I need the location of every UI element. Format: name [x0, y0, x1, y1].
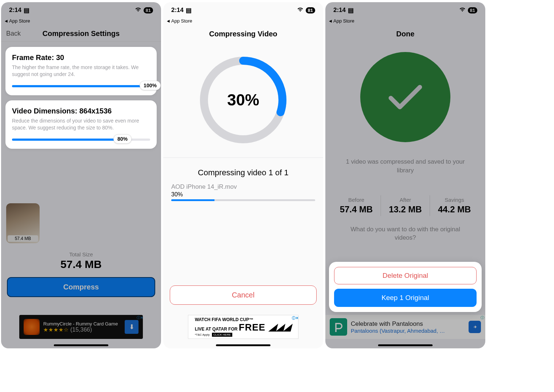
ad-title: RummyCircle - Rummy Card Game	[43, 321, 118, 327]
file-name: AOD iPhone 14_iR.mov	[171, 183, 315, 191]
ad-banner-rummy[interactable]: ⓘ✕ RummyCircle - Rummy Card Game ★★★★☆ (…	[19, 315, 143, 339]
breadcrumb-app-store[interactable]: App Store	[325, 18, 485, 26]
frame-rate-card: Frame Rate: 30 The higher the frame rate…	[5, 47, 157, 95]
dimensions-slider[interactable]: 80%	[12, 139, 150, 141]
adchoices-icon[interactable]: ⓘ	[479, 315, 485, 321]
back-button[interactable]: Back	[6, 30, 21, 37]
action-card: Delete Original Keep 1 Original	[329, 262, 482, 312]
keep-original-button[interactable]: Keep 1 Original	[334, 289, 477, 307]
battery-level: 81	[306, 7, 315, 13]
ad-line2: LIVE AT QATAR FOR	[195, 327, 238, 332]
battery-level: 81	[468, 7, 477, 13]
ad-free: FREE	[239, 322, 265, 333]
wifi-icon	[297, 7, 304, 13]
stat-before: Before 57.4 MB	[332, 195, 381, 216]
stats-row: Before 57.4 MB After 13.2 MB Savings 44.…	[332, 195, 479, 216]
download-icon[interactable]: ⬇	[125, 320, 138, 334]
progress-ring: 30%	[196, 53, 290, 147]
ad-click-here[interactable]: CLICK HERE	[212, 333, 232, 337]
total-size-block: Total Size 57.4 MB	[1, 251, 161, 271]
frame-rate-thumb[interactable]: 100%	[140, 81, 161, 90]
video-thumbnail[interactable]: 57.4 MB	[6, 203, 40, 243]
screen-compressing: 2:14 ▤ 81 App Store Compressing Video 30…	[163, 2, 323, 348]
home-indicator[interactable]	[54, 344, 108, 346]
page-title: Compressing Video	[209, 30, 277, 38]
delete-original-button[interactable]: Delete Original	[334, 267, 477, 284]
screen-compression-settings: 2:14 ▤ 81 App Store Back Compression Set…	[1, 2, 161, 348]
clipboard-icon: ▤	[24, 7, 29, 14]
ad-banner-pantaloons[interactable]: Celebrate with Pantaloons Pantaloons (Va…	[325, 315, 485, 339]
check-circle-icon	[360, 52, 450, 142]
adidas-icon: ◢◢◢	[268, 321, 293, 333]
directions-icon[interactable]	[469, 321, 481, 333]
compressing-subtitle: Compressing video 1 of 1	[163, 168, 323, 177]
nav-header: Done	[325, 26, 485, 42]
wifi-icon	[459, 7, 466, 13]
status-bar: 2:14 ▤ 81	[163, 2, 323, 18]
ad-banner-fifa[interactable]: ⓘ✕ WATCH FIFA WORLD CUP™ LIVE AT QATAR F…	[188, 315, 298, 339]
file-progress-bar	[171, 199, 315, 201]
nav-header: Back Compression Settings	[1, 26, 161, 42]
ad-brand-icon	[330, 318, 347, 336]
original-question: What do you want to do with the original…	[340, 225, 471, 242]
clipboard-icon: ▤	[348, 7, 354, 14]
breadcrumb-app-store[interactable]: App Store	[163, 18, 323, 26]
cancel-button[interactable]: Cancel	[170, 285, 317, 305]
ad-reviews: (15,366)	[70, 327, 92, 333]
ad-line2: Pantaloons (Vastrapur, Ahmedabad, …	[351, 328, 465, 334]
star-icon: ★★★★☆	[43, 327, 69, 333]
frame-rate-heading: Frame Rate: 30	[12, 53, 150, 62]
stat-savings: Savings 44.2 MB	[430, 195, 479, 216]
ad-line1: WATCH FIFA WORLD CUP™	[195, 317, 265, 323]
ad-tac: *T&C Apply	[195, 333, 210, 336]
page-title: Compression Settings	[43, 29, 120, 38]
dimensions-thumb[interactable]: 80%	[113, 134, 132, 144]
total-size-value: 57.4 MB	[1, 258, 161, 271]
wifi-icon	[135, 7, 141, 13]
file-pct: 30%	[171, 191, 315, 198]
screen-done: 2:14 ▤ 81 App Store Done 1 video was com…	[325, 2, 485, 348]
adchoices-icon[interactable]: ⓘ✕	[292, 315, 298, 321]
adchoices-icon[interactable]: ⓘ✕	[137, 315, 143, 321]
status-bar: 2:14 ▤ 81	[1, 2, 161, 18]
home-indicator[interactable]	[378, 344, 433, 346]
progress-pct: 30%	[196, 53, 290, 147]
compress-button[interactable]: Compress	[7, 277, 155, 297]
dimensions-card: Video Dimensions: 864x1536 Reduce the di…	[5, 100, 157, 149]
clipboard-icon: ▤	[186, 7, 192, 14]
dimensions-desc: Reduce the dimensions of your video to s…	[12, 117, 150, 131]
status-time: 2:14	[333, 7, 346, 14]
frame-rate-desc: The higher the frame rate, the more stor…	[12, 64, 150, 78]
status-time: 2:14	[9, 7, 21, 14]
ad-app-icon	[24, 319, 40, 335]
ad-line1: Celebrate with Pantaloons	[351, 320, 465, 328]
thumb-size-tag: 57.4 MB	[8, 235, 38, 242]
video-thumb-row: 57.4 MB	[1, 203, 161, 243]
total-size-label: Total Size	[1, 251, 161, 257]
page-title: Done	[396, 30, 414, 38]
frame-rate-slider[interactable]: 100%	[12, 85, 150, 87]
done-message: 1 video was compressed and saved to your…	[340, 157, 471, 175]
stat-after: After 13.2 MB	[381, 195, 430, 216]
home-indicator[interactable]	[216, 344, 270, 346]
dimensions-heading: Video Dimensions: 864x1536	[12, 107, 150, 115]
nav-header: Compressing Video	[163, 26, 323, 42]
breadcrumb-app-store[interactable]: App Store	[1, 18, 161, 26]
status-time: 2:14	[171, 7, 184, 14]
battery-level: 81	[144, 7, 153, 13]
file-progress-block: AOD iPhone 14_iR.mov 30%	[163, 183, 323, 201]
status-bar: 2:14 ▤ 81	[325, 2, 485, 18]
